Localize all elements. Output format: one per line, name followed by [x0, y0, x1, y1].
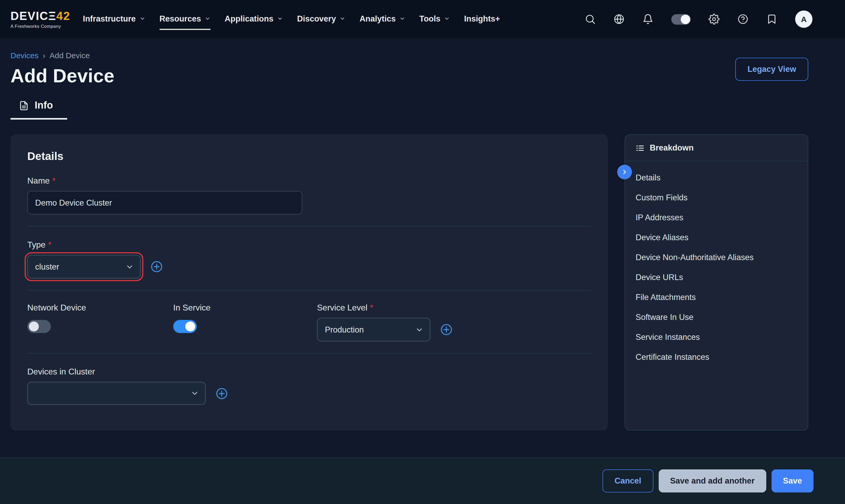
page-header: Devices › Add Device Add Device Legacy V… — [11, 51, 808, 87]
settings-gear-icon[interactable] — [708, 14, 720, 25]
chevron-down-icon — [205, 16, 210, 21]
help-icon[interactable] — [737, 14, 749, 25]
type-field-label: Type * — [27, 240, 591, 250]
list-tree-icon — [636, 143, 645, 152]
tab-bar: Info — [11, 100, 808, 120]
devices-in-cluster-row — [27, 382, 591, 405]
breakdown-panel: Breakdown Details Custom Fields IP Addre… — [624, 134, 808, 431]
service-level-row: Production — [317, 318, 591, 341]
chevron-down-icon — [400, 16, 405, 21]
nav-item-resources[interactable]: Resources — [159, 8, 210, 30]
breakdown-list: Details Custom Fields IP Addresses Devic… — [625, 164, 808, 371]
required-marker: * — [370, 303, 373, 312]
in-service-label: In Service — [173, 303, 317, 312]
chevron-down-icon — [191, 389, 199, 398]
breakdown-item-device-non-authoritative-aliases[interactable]: Device Non-Authoritative Aliases — [636, 248, 797, 268]
document-icon — [19, 101, 29, 110]
search-icon[interactable] — [585, 14, 596, 25]
cancel-button[interactable]: Cancel — [602, 469, 653, 492]
chevron-down-icon — [444, 16, 450, 21]
user-avatar[interactable]: A — [795, 11, 812, 28]
notifications-bell-icon[interactable] — [642, 14, 653, 25]
divider — [27, 353, 591, 354]
in-service-field: In Service — [173, 303, 317, 341]
top-navbar: DEVICΞ42 A Freshworks Company Infrastruc… — [0, 0, 845, 38]
breakdown-item-device-aliases[interactable]: Device Aliases — [636, 228, 797, 248]
chevron-right-icon — [621, 168, 628, 176]
save-button[interactable]: Save — [772, 469, 813, 492]
logo-wordmark: DEVICΞ42 — [11, 10, 70, 22]
breakdown-item-software-in-use[interactable]: Software In Use — [636, 307, 797, 327]
add-type-button[interactable] — [151, 260, 163, 273]
required-marker: * — [48, 240, 51, 250]
nav-item-analytics[interactable]: Analytics — [359, 8, 405, 30]
tab-info[interactable]: Info — [11, 100, 67, 120]
breakdown-item-details[interactable]: Details — [636, 168, 797, 188]
plus-circle-icon — [216, 387, 228, 399]
collapse-panel-button[interactable] — [617, 165, 632, 179]
app-window: DEVICΞ42 A Freshworks Company Infrastruc… — [0, 0, 845, 504]
main-row: Details Name * Type * cluster — [11, 134, 808, 431]
logo-tagline: A Freshworks Company — [11, 23, 70, 29]
page-title: Add Device — [11, 65, 115, 87]
toggle-knob — [185, 322, 195, 331]
network-device-label: Network Device — [27, 303, 173, 312]
devices-in-cluster-label: Devices in Cluster — [27, 367, 591, 377]
network-device-toggle[interactable] — [27, 320, 51, 333]
legacy-view-button[interactable]: Legacy View — [735, 57, 808, 80]
nav-item-applications[interactable]: Applications — [225, 8, 283, 30]
service-level-field: Service Level * Production — [317, 303, 591, 341]
breakdown-item-ip-addresses[interactable]: IP Addresses — [636, 208, 797, 228]
chevron-down-icon — [277, 16, 283, 21]
globe-icon[interactable] — [614, 14, 624, 25]
chevron-down-icon — [339, 16, 345, 21]
save-and-add-another-button[interactable]: Save and add another — [658, 469, 766, 492]
page-content: Devices › Add Device Add Device Legacy V… — [0, 51, 845, 431]
breadcrumb: Devices › Add Device — [11, 51, 115, 60]
nav-item-discovery[interactable]: Discovery — [297, 8, 345, 30]
chevron-down-icon — [139, 16, 145, 21]
breakdown-header: Breakdown — [625, 135, 808, 162]
breakdown-item-service-instances[interactable]: Service Instances — [636, 327, 797, 347]
theme-toggle[interactable] — [671, 14, 691, 24]
network-device-field: Network Device — [27, 303, 173, 341]
type-field-row: cluster — [27, 255, 591, 278]
page-header-left: Devices › Add Device Add Device — [11, 51, 115, 87]
navbar-actions: A — [585, 11, 812, 28]
breadcrumb-current: Add Device — [50, 51, 90, 60]
service-level-select[interactable]: Production — [317, 318, 430, 341]
nav-item-tools[interactable]: Tools — [419, 8, 450, 30]
footer-action-bar: Cancel Save and add another Save — [0, 457, 845, 504]
nav-item-insights-plus[interactable]: Insights+ — [464, 8, 500, 30]
toggle-knob — [681, 14, 690, 24]
chevron-down-icon — [415, 325, 424, 334]
service-level-label: Service Level * — [317, 303, 591, 312]
type-select[interactable]: cluster — [27, 255, 141, 278]
chevron-down-icon — [125, 263, 134, 271]
breakdown-item-certificate-instances[interactable]: Certificate Instances — [636, 347, 797, 367]
add-device-to-cluster-button[interactable] — [216, 387, 228, 399]
breakdown-item-device-urls[interactable]: Device URLs — [636, 268, 797, 287]
name-field-label: Name * — [27, 176, 591, 186]
plus-circle-icon — [151, 260, 163, 273]
breakdown-item-custom-fields[interactable]: Custom Fields — [636, 188, 797, 208]
bookmark-icon[interactable] — [766, 14, 777, 25]
required-marker: * — [52, 176, 55, 186]
toggles-row: Network Device In Service Service Level … — [27, 303, 591, 341]
breakdown-item-file-attachments[interactable]: File Attachments — [636, 287, 797, 307]
divider — [27, 290, 591, 291]
divider — [27, 226, 591, 227]
breadcrumb-separator: › — [43, 51, 46, 60]
devices-in-cluster-select[interactable] — [27, 382, 206, 405]
add-service-level-button[interactable] — [440, 324, 453, 336]
breadcrumb-devices-link[interactable]: Devices — [11, 51, 39, 60]
plus-circle-icon — [440, 324, 453, 336]
toggle-knob — [29, 322, 39, 331]
section-title: Details — [27, 150, 591, 163]
device42-logo[interactable]: DEVICΞ42 A Freshworks Company — [11, 10, 70, 29]
details-card: Details Name * Type * cluster — [11, 134, 608, 431]
name-input[interactable] — [27, 191, 302, 215]
main-nav: Infrastructure Resources Applications Di… — [83, 8, 500, 30]
in-service-toggle[interactable] — [173, 320, 197, 333]
nav-item-infrastructure[interactable]: Infrastructure — [83, 8, 145, 30]
